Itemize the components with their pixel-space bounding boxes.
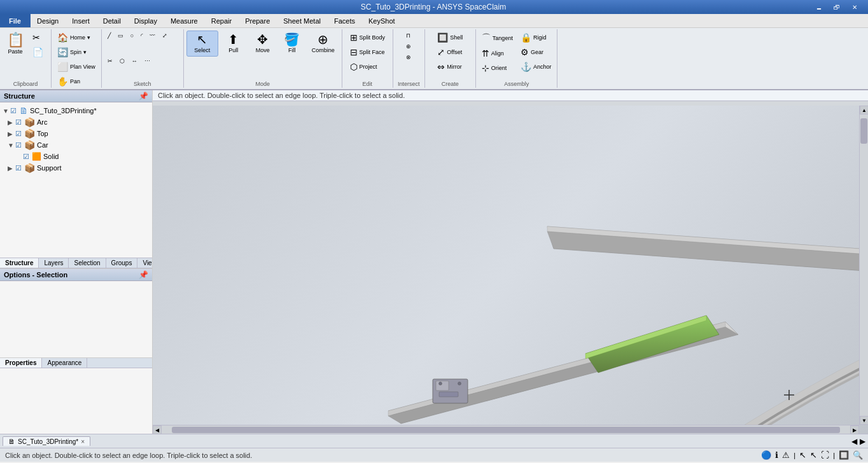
tab-groups[interactable]: Groups [106, 258, 138, 268]
combine-button[interactable]: ⊕ Combine [307, 31, 339, 57]
sketch-label: Sketch [104, 80, 181, 88]
project-button[interactable]: ⬡ Project [347, 60, 389, 74]
shell-button[interactable]: 🔲 Shell [434, 31, 466, 45]
tree-check-arc[interactable]: ☑ [15, 118, 24, 127]
tree-item-solid[interactable]: ☑ 🟧 Solid [0, 151, 152, 162]
move-button[interactable]: ✥ Move [249, 31, 277, 57]
menu-design[interactable]: Design [31, 14, 66, 27]
pull-button[interactable]: ⬆ Pull [220, 31, 248, 57]
sketch-offset-button[interactable]: ⤢ [159, 31, 171, 41]
sketch-trim-button[interactable]: ✂ [104, 56, 116, 66]
scroll-right-button[interactable]: ▶ [850, 425, 859, 434]
split-face-button[interactable]: ⊟ Split Face [347, 45, 389, 59]
status-icon-7[interactable]: 🔲 [839, 450, 849, 460]
tree-item-car[interactable]: ▼ ☑ 📦 Car [0, 139, 152, 151]
anchor-button[interactable]: ⚓ Anchor [517, 60, 555, 74]
cut-button[interactable]: ✂ [29, 31, 48, 45]
sketch-spline-button[interactable]: 〰 [146, 31, 158, 41]
copy-button[interactable]: 📄 [29, 45, 48, 59]
menu-detail[interactable]: Detail [97, 14, 128, 27]
canvas-area[interactable]: Z Y X Z [153, 106, 868, 434]
tree-expand-top[interactable]: ▶ [8, 130, 15, 137]
status-icon-2[interactable]: ℹ [775, 450, 778, 460]
tree-check-top[interactable]: ☑ [15, 130, 24, 138]
close-tab-button[interactable]: × [81, 438, 85, 445]
status-icon-3[interactable]: ⚠ [782, 450, 790, 460]
scroll-down-button[interactable]: ▼ [860, 416, 868, 425]
sketch-construct-button[interactable]: ⋯ [141, 56, 153, 66]
vertical-scrollbar[interactable]: ▲ ▼ [859, 106, 868, 425]
tab-selection[interactable]: Selection [69, 258, 106, 268]
orient-assy-button[interactable]: ⊹ Orient [479, 61, 516, 75]
nav-right-button[interactable]: ▶ [860, 437, 865, 446]
tree-check-root[interactable]: ☑ [10, 107, 19, 115]
pan-button[interactable]: ✋ Pan [54, 74, 99, 88]
tree-expand-root[interactable]: ▼ [3, 107, 10, 114]
plan-view-button[interactable]: ⬜ Plan View [54, 60, 99, 74]
tab-views[interactable]: Views [137, 258, 152, 268]
sketch-line-button[interactable]: ╱ [104, 31, 114, 41]
tab-structure[interactable]: Structure [0, 258, 39, 268]
intersect-btn2[interactable]: ⊕ [403, 41, 414, 52]
intersect-btn3[interactable]: ⊗ [403, 52, 414, 62]
tab-appearance[interactable]: Appearance [42, 358, 87, 368]
status-icon-1[interactable]: 🔵 [761, 450, 771, 460]
sketch-circle-button[interactable]: ○ [127, 31, 137, 41]
tree-item-support[interactable]: ▶ ☑ 📦 Support [0, 162, 152, 174]
close-button[interactable]: ✕ [846, 2, 863, 12]
scroll-left-button[interactable]: ◀ [153, 425, 162, 434]
sketch-project-button[interactable]: ⬡ [116, 56, 128, 66]
sketch-rect-button[interactable]: ▭ [115, 31, 127, 41]
menu-prepare[interactable]: Prepare [239, 14, 277, 27]
sketch-dim-button[interactable]: ↔ [129, 56, 141, 66]
paste-button[interactable]: 📋 Paste [3, 31, 28, 58]
minimize-button[interactable]: 🗕 [811, 2, 827, 12]
tab-layers[interactable]: Layers [39, 258, 69, 268]
menu-facets[interactable]: Facets [328, 14, 362, 27]
tree-check-car[interactable]: ☑ [15, 141, 24, 149]
menu-repair[interactable]: Repair [205, 14, 239, 27]
menu-keyshot[interactable]: KeyShot [362, 14, 402, 27]
mirror-button[interactable]: ⇔ Mirror [434, 60, 466, 74]
tangent-button[interactable]: ⌒ Tangent [479, 31, 516, 46]
status-icon-5[interactable]: ↖ [810, 450, 817, 460]
tree-check-solid[interactable]: ☑ [23, 153, 32, 161]
menu-file[interactable]: File [0, 14, 31, 27]
split-body-button[interactable]: ⊞ Split Body [347, 31, 389, 45]
nav-left-button[interactable]: ◀ [851, 437, 857, 446]
sketch-arc-button[interactable]: ◜ [137, 31, 146, 41]
tree-expand-car[interactable]: ▼ [8, 142, 15, 149]
menu-insert[interactable]: Insert [66, 14, 97, 27]
rigid-button[interactable]: 🔒 Rigid [517, 31, 555, 45]
tree-expand-support[interactable]: ▶ [8, 165, 15, 172]
fill-button[interactable]: 🪣 Fill [278, 31, 306, 57]
document-tab[interactable]: 🗎 SC_Tuto_3DPrinting* × [3, 436, 90, 446]
status-icon-8[interactable]: 🔍 [853, 450, 863, 460]
spin-button[interactable]: 🔄 Spin ▾ [54, 45, 99, 59]
menu-measure[interactable]: Measure [164, 14, 205, 27]
scroll-up-button[interactable]: ▲ [860, 106, 868, 114]
menu-sheetmetal[interactable]: Sheet Metal [277, 14, 328, 27]
offset-button[interactable]: ⤢ Offset [434, 45, 466, 59]
structure-pin-button[interactable]: 📌 [139, 92, 148, 100]
edit-label: Edit [345, 80, 390, 88]
tree-item-top[interactable]: ▶ ☑ 📦 Top [0, 128, 152, 139]
tree-check-support[interactable]: ☑ [15, 164, 24, 172]
tree-item-root[interactable]: ▼ ☑ 🗎 SC_Tuto_3DPrinting* [0, 105, 152, 116]
status-icon-4[interactable]: ↖ [799, 450, 806, 460]
align-button[interactable]: ⇈ Align [479, 46, 516, 60]
horizontal-scrollbar[interactable]: ◀ ▶ [153, 425, 859, 434]
select-button[interactable]: ↖ Select [186, 31, 218, 57]
gear-button[interactable]: ⚙ Gear [517, 45, 555, 59]
options-pin-button[interactable]: 📌 [139, 270, 148, 279]
restore-button[interactable]: 🗗 [829, 2, 845, 12]
intersect-btn1[interactable]: ⊓ [403, 31, 414, 41]
menu-display[interactable]: Display [128, 14, 164, 27]
tab-properties[interactable]: Properties [0, 358, 42, 368]
tree-expand-arc[interactable]: ▶ [8, 119, 15, 126]
scroll-thumb-v[interactable] [860, 118, 867, 144]
home-button[interactable]: 🏠 Home ▾ [54, 31, 99, 45]
status-icon-6[interactable]: ⛶ [821, 450, 829, 460]
scroll-thumb-h[interactable] [172, 427, 840, 433]
tree-item-arc[interactable]: ▶ ☑ 📦 Arc [0, 116, 152, 128]
